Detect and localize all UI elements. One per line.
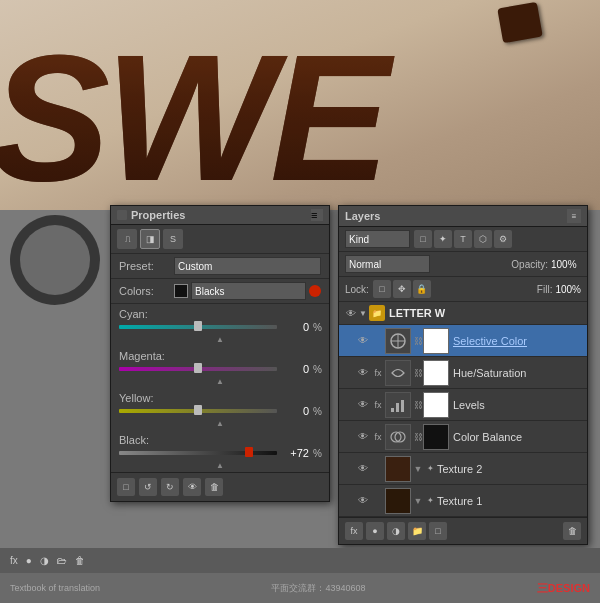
pixel-filter-icon[interactable]: □	[414, 230, 432, 248]
black-value: +72	[281, 447, 309, 459]
hue-sat-mask-thumb	[423, 360, 449, 386]
kind-row: Kind □ ✦ T ⬡ ⚙	[339, 227, 587, 252]
group-name: LETTER W	[389, 307, 583, 319]
magenta-slider-arrow: ▲	[111, 377, 329, 388]
black-slider-arrow: ▲	[111, 461, 329, 472]
magenta-label: Magenta:	[111, 346, 329, 363]
adjustment-filter-icon[interactable]: ✦	[434, 230, 452, 248]
levels-visibility[interactable]: 👁	[355, 397, 371, 413]
texture2-thumb	[385, 456, 411, 482]
layers-bottom-bar: fx ● ◑ 📁 □ 🗑	[339, 517, 587, 544]
black-slider-track[interactable]	[119, 451, 277, 455]
layer-group-letter-w[interactable]: 👁 ▼ 📁 LETTER W	[339, 302, 587, 325]
panel-icon-active[interactable]: ◨	[140, 229, 160, 249]
magenta-slider-thumb[interactable]	[194, 363, 202, 373]
group-expand-arrow[interactable]: ▼	[359, 309, 369, 318]
layers-menu-button[interactable]: ≡	[567, 209, 581, 223]
cyan-slider-arrow: ▲	[111, 335, 329, 346]
new-group-button[interactable]: 📁	[408, 522, 426, 540]
cyan-slider-thumb[interactable]	[194, 321, 202, 331]
kind-select[interactable]: Kind	[345, 230, 410, 248]
visibility-toggle-icon[interactable]: 👁	[183, 478, 201, 496]
magenta-slider-track[interactable]	[119, 367, 277, 371]
color-balance-mask-thumb	[423, 424, 449, 450]
color-swatch[interactable]	[174, 284, 188, 298]
lock-pixels-icon[interactable]: □	[373, 280, 391, 298]
layer-color-balance[interactable]: 👁 fx ⛓ Color Balance	[339, 421, 587, 453]
blend-mode-select[interactable]: Normal Multiply Screen	[345, 255, 430, 273]
donut-hole	[20, 225, 90, 295]
texture1-visibility[interactable]: 👁	[355, 493, 371, 509]
panel-icon-row: ⎍ ◨ S	[111, 225, 329, 254]
layer-hue-saturation[interactable]: 👁 fx ⛓ Hue/Saturation	[339, 357, 587, 389]
yellow-slider-track[interactable]	[119, 409, 277, 413]
cyan-unit: %	[313, 322, 321, 333]
texture2-star-icon: ✦	[423, 464, 437, 473]
black-label: Black:	[111, 430, 329, 447]
chain-link-icon: ⛓	[413, 336, 423, 346]
colors-row: Colors: Blacks Reds Yellows	[111, 279, 329, 304]
panel-menu-button[interactable]: ≡	[311, 209, 323, 221]
watermark-bar: Textbook of translation 平面交流群：43940608 三…	[0, 573, 600, 603]
background-canvas: SWE SWE	[0, 0, 600, 210]
black-slider-thumb[interactable]	[245, 447, 253, 457]
add-fx-button[interactable]: fx	[345, 522, 363, 540]
lock-all-icon[interactable]: 🔒	[413, 280, 431, 298]
panel-icon-s[interactable]: S	[163, 229, 183, 249]
layers-title: Layers	[345, 210, 380, 222]
group-label: 平面交流群：43940608	[271, 582, 365, 595]
panel-icon-curves[interactable]: ⎍	[117, 229, 137, 249]
properties-panel: Properties ≡ ⎍ ◨ S Preset: Custom Defaul…	[110, 205, 330, 502]
fx-icon-4: 🗁	[57, 555, 67, 566]
fill-value: 100%	[555, 284, 581, 295]
colors-select[interactable]: Blacks Reds Yellows	[191, 282, 306, 300]
selective-color-mask-thumb	[423, 328, 449, 354]
levels-mask-thumb	[423, 392, 449, 418]
selective-color-adj-thumb	[385, 328, 411, 354]
reset-icon[interactable]: ↺	[139, 478, 157, 496]
colors-label: Colors:	[119, 285, 174, 297]
new-layer-button[interactable]: □	[429, 522, 447, 540]
layer-texture-2[interactable]: 👁 ▼ ✦ Texture 2	[339, 453, 587, 485]
texture1-thumb	[385, 488, 411, 514]
new-adjustment-button[interactable]: ◑	[387, 522, 405, 540]
opacity-value: 100%	[551, 259, 581, 270]
brand-label: 三DESIGN	[537, 581, 590, 596]
texture1-name: Texture 1	[437, 495, 583, 507]
layers-titlebar: Layers ≡	[339, 206, 587, 227]
hue-sat-visibility[interactable]: 👁	[355, 365, 371, 381]
opacity-label: Opacity:	[511, 259, 548, 270]
yellow-slider-thumb[interactable]	[194, 405, 202, 415]
delete-icon[interactable]: 🗑	[205, 478, 223, 496]
selective-color-visibility[interactable]: 👁	[355, 333, 371, 349]
shape-filter-icon[interactable]: ⬡	[474, 230, 492, 248]
redo-icon[interactable]: ↻	[161, 478, 179, 496]
layer-selective-color[interactable]: 👁 ⛓ Selective Color	[339, 325, 587, 357]
add-mask-button[interactable]: ●	[366, 522, 384, 540]
delete-layer-button[interactable]: 🗑	[563, 522, 581, 540]
close-button[interactable]	[117, 210, 127, 220]
preset-row: Preset: Custom Default	[111, 254, 329, 279]
color-balance-visibility[interactable]: 👁	[355, 429, 371, 445]
color-balance-name: Color Balance	[453, 431, 583, 443]
texture1-star-icon: ✦	[423, 496, 437, 505]
properties-titlebar: Properties ≡	[111, 206, 329, 225]
texture2-arrow-down[interactable]: ▼	[413, 464, 423, 474]
lock-position-icon[interactable]: ✥	[393, 280, 411, 298]
group-visibility-eye[interactable]: 👁	[343, 305, 359, 321]
layers-panel: Layers ≡ Kind □ ✦ T ⬡ ⚙ Normal Multiply …	[338, 205, 588, 545]
smart-filter-icon[interactable]: ⚙	[494, 230, 512, 248]
new-layer-icon[interactable]: □	[117, 478, 135, 496]
layer-texture-1[interactable]: 👁 ▼ ✦ Texture 1	[339, 485, 587, 517]
properties-title: Properties	[131, 209, 185, 221]
layer-levels[interactable]: 👁 fx ⛓ Levels	[339, 389, 587, 421]
levels-name: Levels	[453, 399, 583, 411]
yellow-unit: %	[313, 406, 321, 417]
yellow-slider-arrow: ▲	[111, 419, 329, 430]
preset-select[interactable]: Custom Default	[174, 257, 321, 275]
texture1-arrow-down[interactable]: ▼	[413, 496, 423, 506]
type-filter-icon[interactable]: T	[454, 230, 472, 248]
cyan-slider-track[interactable]	[119, 325, 277, 329]
texture2-visibility[interactable]: 👁	[355, 461, 371, 477]
magenta-unit: %	[313, 364, 321, 375]
